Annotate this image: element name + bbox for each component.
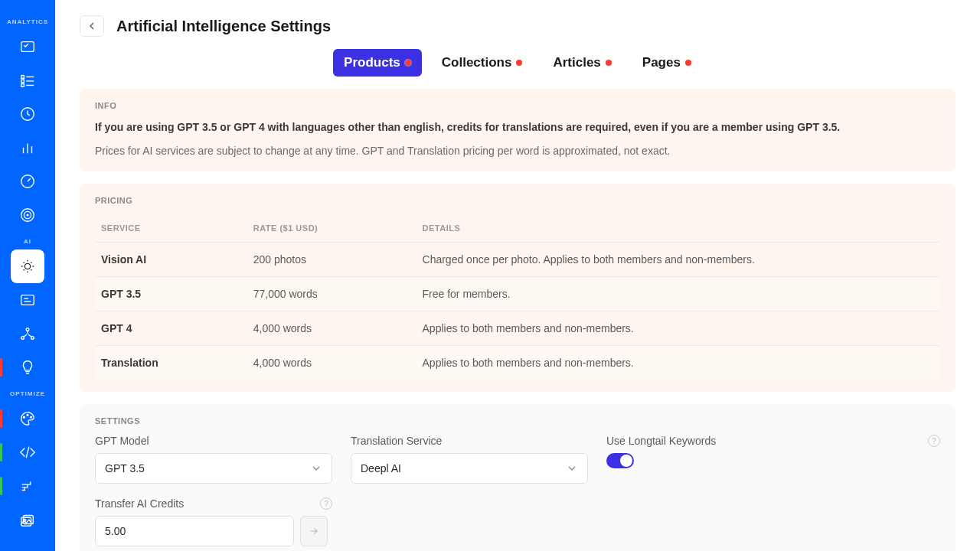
arrow-right-icon (309, 526, 319, 536)
field-longtail: Use Longtail Keywords ? (606, 435, 940, 484)
table-row: Translation 4,000 words Applies to both … (95, 346, 940, 380)
info-card: INFO If you are using GPT 3.5 or GPT 4 w… (80, 89, 956, 171)
input-row (95, 516, 332, 546)
card-title: SETTINGS (95, 416, 940, 425)
sidebar-item-palette[interactable] (11, 402, 44, 435)
gpt-model-select[interactable]: GPT 3.5 (95, 453, 332, 484)
sidebar-item-history[interactable] (11, 97, 44, 131)
cell-rate: 4,000 words (247, 346, 416, 380)
back-button[interactable] (80, 15, 104, 37)
status-indicator (0, 409, 2, 428)
cell-rate: 4,000 words (247, 311, 416, 346)
sidebar-item-chart[interactable] (11, 131, 44, 165)
svg-point-19 (26, 328, 29, 331)
col-details: DETAILS (416, 214, 940, 243)
cell-service: GPT 4 (95, 311, 247, 346)
select-value: Deepl AI (361, 462, 401, 474)
chevron-down-icon (310, 462, 322, 474)
tab-products[interactable]: Products (333, 49, 422, 77)
status-indicator (0, 477, 2, 495)
table-row: Vision AI 200 photos Charged once per ph… (95, 243, 940, 277)
pricing-card: PRICING SERVICE RATE ($1 USD) DETAILS Vi… (80, 184, 956, 392)
transfer-credits-input[interactable] (95, 516, 294, 546)
field-translation-service: Translation Service Deepl AI (351, 435, 588, 484)
cell-service: GPT 3.5 (95, 277, 247, 311)
card-title: INFO (95, 101, 940, 110)
info-bold-text: If you are using GPT 3.5 or GPT 4 with l… (95, 119, 940, 135)
sidebar-section-ai: AI (24, 238, 31, 245)
sidebar-item-card[interactable] (11, 283, 44, 317)
target-icon (19, 207, 36, 223)
arrow-left-icon (86, 20, 98, 32)
info-text: Prices for AI services are subject to ch… (95, 143, 940, 159)
svg-point-14 (27, 214, 28, 216)
settings-row: Transfer AI Credits ? (95, 497, 940, 546)
col-rate: RATE ($1 USD) (247, 214, 416, 243)
sidebar-item-list[interactable] (11, 64, 44, 97)
field-label: GPT Model (95, 435, 332, 447)
network-icon (19, 325, 36, 342)
field-label: Use Longtail Keywords (606, 435, 716, 447)
sidebar-item-ai-settings[interactable] (11, 249, 44, 283)
help-icon[interactable]: ? (928, 435, 940, 447)
tab-label: Products (344, 55, 400, 70)
palette-icon (19, 410, 36, 427)
sidebar-item-images[interactable] (11, 503, 44, 536)
main-content: Artificial Intelligence Settings Product… (55, 0, 980, 551)
svg-point-24 (31, 416, 32, 418)
clock-icon (19, 106, 36, 122)
tab-pages[interactable]: Pages (632, 49, 702, 77)
cell-details: Charged once per photo. Applies to both … (416, 243, 940, 277)
brain-gear-icon (19, 258, 36, 275)
status-indicator (0, 358, 2, 377)
translation-service-select[interactable]: Deepl AI (351, 453, 588, 484)
svg-point-13 (24, 211, 31, 218)
cell-rate: 200 photos (247, 243, 416, 277)
list-icon (19, 72, 36, 89)
cell-rate: 77,000 words (247, 277, 416, 311)
bar-chart-icon (19, 139, 36, 156)
sidebar-section-analytics: ANALYTICS (7, 18, 48, 25)
page-title: Artificial Intelligence Settings (116, 18, 331, 35)
sidebar-item-speed[interactable] (11, 165, 44, 198)
field-label-row: Use Longtail Keywords ? (606, 435, 940, 447)
sidebar-item-checklist[interactable] (11, 30, 44, 64)
field-label: Transfer AI Credits (95, 497, 184, 510)
longtail-toggle[interactable] (606, 453, 634, 468)
status-indicator (0, 443, 2, 461)
status-dot (405, 60, 411, 66)
sidebar-item-target[interactable] (11, 198, 44, 232)
field-label-row: Transfer AI Credits ? (95, 497, 332, 510)
col-service: SERVICE (95, 214, 247, 243)
field-transfer-credits: Transfer AI Credits ? (95, 497, 332, 546)
svg-rect-3 (21, 84, 24, 87)
svg-point-15 (24, 263, 30, 269)
svg-rect-0 (21, 42, 34, 52)
settings-row: GPT Model GPT 3.5 Translation Service De… (95, 435, 940, 484)
page-header: Artificial Intelligence Settings (80, 15, 956, 37)
cell-details: Applies to both members and non-members. (416, 346, 940, 380)
transfer-submit-button[interactable] (300, 516, 328, 546)
status-dot (606, 60, 612, 66)
cell-details: Applies to both members and non-members. (416, 311, 940, 346)
sidebar-item-stack[interactable] (11, 469, 44, 503)
lightbulb-icon (19, 359, 36, 376)
svg-rect-1 (21, 76, 24, 79)
cell-details: Free for members. (416, 277, 940, 311)
cell-service: Vision AI (95, 243, 247, 277)
svg-rect-16 (21, 295, 34, 305)
chevron-down-icon (566, 462, 578, 474)
help-icon[interactable]: ? (320, 497, 332, 510)
sidebar-item-idea[interactable] (11, 350, 44, 384)
sidebar-item-network[interactable] (11, 317, 44, 350)
gauge-icon (19, 173, 36, 190)
tab-collections[interactable]: Collections (431, 49, 534, 77)
table-row: GPT 4 4,000 words Applies to both member… (95, 311, 940, 346)
status-dot (516, 60, 522, 66)
svg-point-22 (24, 416, 25, 418)
table-row: GPT 3.5 77,000 words Free for members. (95, 277, 940, 311)
sidebar-item-code[interactable] (11, 435, 44, 469)
tab-articles[interactable]: Articles (542, 49, 622, 77)
svg-point-12 (21, 209, 34, 222)
tabs: Products Collections Articles Pages (80, 49, 956, 77)
